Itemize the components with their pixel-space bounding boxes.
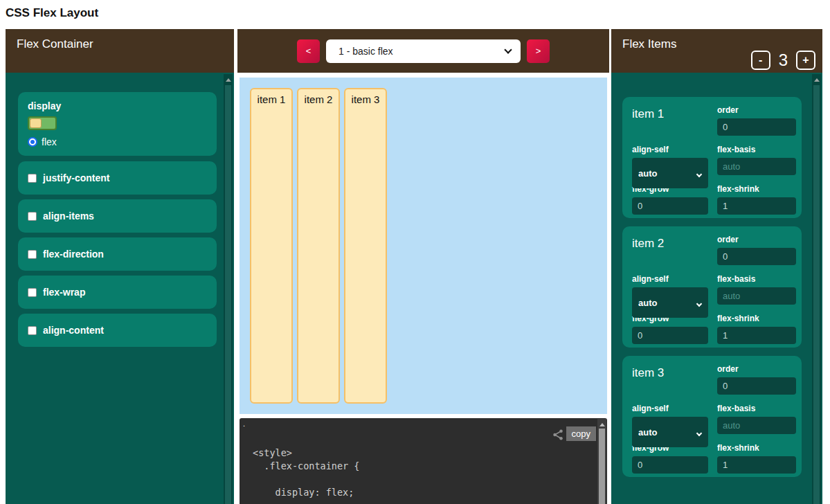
display-flex-option: flex: [28, 136, 207, 147]
order-label: order: [717, 364, 796, 374]
flex-basis-field: flex-basis: [717, 145, 796, 175]
display-label: display: [28, 100, 207, 111]
flex-item-2: item 2: [297, 88, 340, 404]
align-content-checkbox[interactable]: [28, 326, 37, 335]
flex-shrink-field: flex-shrink: [717, 443, 796, 474]
code-line: <style>: [253, 447, 359, 460]
flex-basis-field: flex-basis: [717, 404, 796, 434]
align-self-field: align-self auto: [632, 404, 708, 434]
justify-content-label: justify-content: [43, 172, 109, 183]
flex-wrap-checkbox[interactable]: [28, 288, 37, 297]
share-icon[interactable]: [552, 429, 564, 444]
flex-grow-input[interactable]: [632, 456, 708, 474]
code-line: display: flex;: [253, 486, 359, 499]
scroll-up-arrow-icon[interactable]: [226, 78, 231, 82]
flex-item-3: item 3: [344, 88, 387, 404]
increase-items-button[interactable]: +: [796, 51, 815, 70]
flex-wrap-label: flex-wrap: [43, 287, 85, 298]
code-panel: . copy <style> .flex-container { display…: [240, 418, 607, 504]
scroll-up-arrow-icon[interactable]: [814, 78, 820, 82]
align-items-checkbox[interactable]: [28, 212, 37, 221]
property-card-align-items: align-items: [18, 199, 217, 233]
flex-basis-label: flex-basis: [717, 145, 796, 154]
align-self-select[interactable]: auto: [632, 417, 708, 447]
flex-shrink-input[interactable]: [717, 327, 796, 344]
flex-items-body: item 1 order align-self auto flex-basis: [611, 73, 822, 504]
order-input[interactable]: [717, 248, 796, 265]
flex-basis-label: flex-basis: [717, 404, 796, 413]
scrollbar-thumb[interactable]: [599, 429, 605, 504]
flex-radio[interactable]: [28, 137, 37, 147]
prev-example-button[interactable]: <: [297, 39, 320, 63]
flex-shrink-input[interactable]: [717, 197, 796, 215]
flex-shrink-field: flex-shrink: [717, 314, 796, 344]
flex-radio-label: flex: [42, 136, 57, 147]
next-example-button[interactable]: >: [527, 39, 550, 63]
items-count: 3: [779, 51, 788, 70]
example-select[interactable]: 1 - basic flex: [326, 39, 521, 63]
order-label: order: [717, 235, 796, 244]
flex-direction-checkbox[interactable]: [28, 250, 37, 259]
order-field: order: [717, 105, 796, 136]
align-self-label: align-self: [632, 145, 708, 154]
display-card: display flex: [18, 92, 217, 156]
flex-container-panel: Flex Container display flex justify-cont…: [6, 29, 234, 504]
flex-container-title: Flex Container: [17, 37, 93, 51]
justify-content-checkbox[interactable]: [28, 174, 37, 183]
flex-shrink-label: flex-shrink: [717, 443, 796, 453]
align-self-label: align-self: [632, 404, 708, 413]
property-card-flex-wrap: flex-wrap: [18, 276, 217, 309]
item-card-3: item 3 order align-self auto flex-basis: [622, 356, 802, 477]
order-input[interactable]: [717, 118, 796, 136]
scrollbar-thumb[interactable]: [225, 85, 231, 504]
order-field: order: [717, 235, 796, 265]
align-self-label: align-self: [632, 274, 708, 284]
flex-items-title: Flex Items: [622, 37, 676, 51]
flex-items-panel: Flex Items - 3 + item 1 order align-self…: [611, 29, 822, 504]
items-counter: - 3 +: [751, 51, 815, 70]
code-block: <style> .flex-container { display: flex;: [253, 447, 359, 499]
left-panel-scrollbar[interactable]: [224, 74, 233, 504]
scrollbar-thumb[interactable]: [813, 85, 820, 504]
code-line: [253, 473, 359, 486]
display-toggle[interactable]: [28, 116, 57, 130]
flex-grow-input[interactable]: [632, 327, 708, 344]
align-items-label: align-items: [43, 210, 94, 222]
flex-items-header: Flex Items - 3 +: [611, 29, 822, 73]
code-scrollbar[interactable]: [597, 419, 606, 504]
code-bullet: .: [243, 420, 245, 428]
order-input[interactable]: [717, 377, 796, 395]
property-card-justify-content: justify-content: [18, 161, 217, 195]
align-self-select[interactable]: auto: [632, 287, 708, 318]
right-panel-scrollbar[interactable]: [812, 74, 821, 504]
example-select-wrap: 1 - basic flex: [326, 39, 521, 63]
flex-grow-field: flex-grow: [632, 443, 708, 474]
scroll-up-arrow-icon[interactable]: [599, 423, 605, 426]
flex-shrink-label: flex-shrink: [717, 314, 796, 323]
flex-shrink-input[interactable]: [717, 456, 796, 474]
align-self-field: align-self auto: [632, 145, 708, 175]
align-self-select[interactable]: auto: [632, 158, 708, 188]
item-card-2: item 2 order align-self auto flex-basis: [622, 226, 802, 348]
page-title: CSS Flex Layout: [6, 6, 98, 20]
flex-grow-input[interactable]: [632, 197, 708, 215]
copy-button[interactable]: copy: [566, 426, 596, 441]
flex-basis-input[interactable]: [717, 287, 796, 305]
align-self-select-wrap: auto: [632, 296, 708, 308]
item-name: item 1: [632, 105, 708, 136]
toggle-knob-icon: [30, 118, 42, 128]
flex-shrink-field: flex-shrink: [717, 184, 796, 215]
order-field: order: [717, 364, 796, 395]
flex-direction-label: flex-direction: [43, 249, 104, 260]
align-content-label: align-content: [43, 325, 104, 336]
flex-basis-input[interactable]: [717, 158, 796, 175]
flex-basis-label: flex-basis: [717, 274, 796, 284]
property-card-flex-direction: flex-direction: [18, 237, 217, 271]
flex-basis-input[interactable]: [717, 417, 796, 434]
align-self-select-wrap: auto: [632, 167, 708, 179]
decrease-items-button[interactable]: -: [751, 51, 770, 70]
flex-shrink-label: flex-shrink: [717, 184, 796, 194]
flex-preview-container: item 1 item 2 item 3: [240, 78, 607, 414]
preview-column: < 1 - basic flex > item 1 item 2 item 3 …: [237, 29, 609, 504]
align-self-select-wrap: auto: [632, 426, 708, 438]
